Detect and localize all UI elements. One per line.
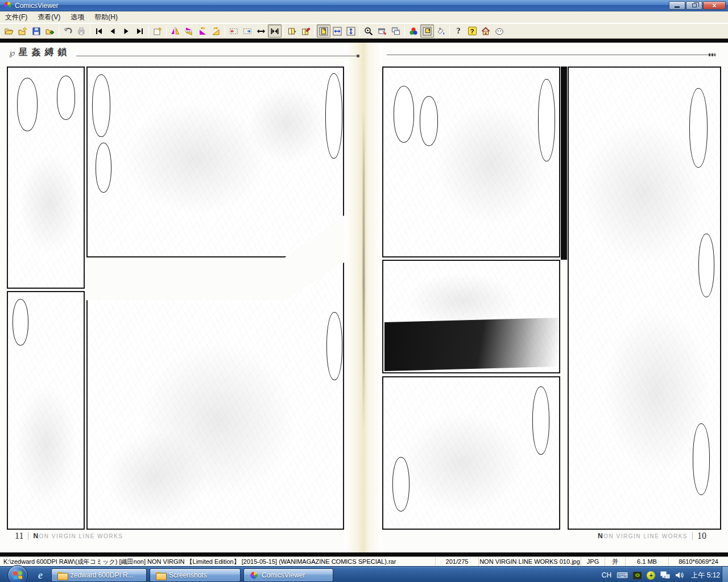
taskbar-button-comicsviewer[interactable]: ComicsViewer	[243, 568, 333, 582]
taskbar: e zedward 600DPI R... Screenshots Comics…	[0, 566, 728, 582]
color-adjust-icon[interactable]	[407, 24, 420, 38]
page-new-icon[interactable]	[151, 24, 164, 38]
left-page-panel	[7, 66, 85, 289]
cascade-icon[interactable]	[389, 24, 403, 38]
left-footer-label: NON VIRGIN LINE WORKS	[33, 532, 123, 540]
status-bar: K:\zedward 600DPI RAW\(成年コミック) [織田non] N…	[0, 556, 728, 566]
background-icon[interactable]	[420, 24, 434, 38]
fit-height-icon[interactable]	[344, 24, 358, 38]
trim-right-icon[interactable]	[241, 24, 254, 38]
book-mode-icon[interactable]	[286, 24, 299, 38]
taskbar-button-zedward-folder[interactable]: zedward 600DPI R...	[51, 568, 147, 582]
window-title: ComicsViewer	[15, 2, 58, 10]
zoom-icon[interactable]	[362, 24, 375, 38]
left-page-number: 11	[15, 531, 23, 541]
flip-horizontal-icon[interactable]	[168, 24, 182, 38]
start-button[interactable]	[7, 565, 28, 582]
minimize-button[interactable]	[669, 1, 685, 10]
panel-divider	[561, 66, 567, 260]
windows-logo-icon	[13, 571, 23, 579]
next-page-icon[interactable]	[119, 24, 133, 38]
menu-view[interactable]: 查看(V)	[32, 11, 65, 23]
left-page-header: ℘ 星姦縛鎖	[9, 47, 71, 59]
status-page-index: 201/275	[436, 557, 479, 566]
nvidia-tray-icon[interactable]	[633, 572, 642, 579]
right-header-rule	[387, 55, 715, 55]
comicsviewer-icon	[250, 571, 258, 580]
scan-edge-bottom	[0, 552, 728, 556]
stretch-width-icon[interactable]	[254, 24, 268, 38]
folder-icon	[156, 572, 166, 579]
right-page-panel	[382, 376, 560, 530]
flourish-icon: ℘	[9, 48, 15, 58]
right-page-footer: NON VIRGIN LINE WORKS 10	[598, 531, 706, 541]
open-icon[interactable]	[2, 24, 16, 38]
help-icon[interactable]: ?	[452, 24, 465, 38]
folder-icon	[57, 572, 67, 579]
status-mode: 并	[605, 557, 626, 566]
toolbar: ? ?	[0, 23, 728, 39]
fit-page-icon[interactable]	[317, 24, 330, 38]
app-logo-icon	[3, 1, 12, 10]
rotate-right-icon[interactable]	[209, 24, 223, 38]
open-archive-icon[interactable]	[16, 24, 30, 38]
fit-width-icon[interactable]	[330, 24, 344, 38]
left-page-footer: 11 NON VIRGIN LINE WORKS	[15, 531, 123, 541]
status-format: JPG	[581, 557, 605, 566]
taskbar-button-screenshots-folder[interactable]: Screenshots	[150, 568, 241, 582]
book-edit-icon[interactable]	[299, 24, 313, 38]
last-page-icon[interactable]	[133, 24, 147, 38]
ink-band	[384, 318, 558, 371]
close-button[interactable]: ×	[703, 1, 726, 10]
prev-page-icon[interactable]	[106, 24, 119, 38]
restore-button[interactable]	[686, 1, 702, 10]
menu-help[interactable]: 帮助(H)	[89, 11, 123, 23]
left-page-panel	[86, 66, 344, 257]
language-indicator[interactable]: CH	[602, 571, 611, 579]
status-filesize: 6.1 MB	[626, 557, 669, 566]
context-help-icon[interactable]: ?	[465, 24, 479, 38]
right-page-panel	[568, 66, 721, 530]
trim-left-icon[interactable]	[227, 24, 241, 38]
left-header-rule	[76, 56, 358, 56]
rotate-left-icon[interactable]	[196, 24, 209, 38]
quick-launch-ie[interactable]: e	[33, 569, 48, 581]
taskbar-button-label: zedward 600DPI R...	[71, 571, 134, 579]
undo-icon[interactable]	[61, 24, 75, 38]
shrink-width-icon[interactable]	[268, 24, 282, 38]
menu-options[interactable]: 选项	[65, 11, 89, 23]
menu-file[interactable]: 文件(F)	[0, 11, 32, 23]
status-dimensions: 8610*6069*24	[669, 557, 728, 566]
print-icon[interactable]	[75, 24, 88, 38]
title-bar: ComicsViewer ×	[0, 0, 728, 11]
save-icon[interactable]	[30, 24, 43, 38]
right-footer-label: NON VIRGIN LINE WORKS	[598, 532, 688, 540]
taskbar-button-label: ComicsViewer	[262, 571, 305, 579]
keyboard-icon[interactable]: ⌨	[617, 571, 628, 580]
taskbar-clock[interactable]: 上午 5:12	[691, 571, 720, 580]
flip-vertical-icon[interactable]	[182, 24, 196, 38]
export-icon[interactable]	[43, 24, 57, 38]
resize-window-icon[interactable]	[375, 24, 389, 38]
home-icon[interactable]	[479, 24, 493, 38]
network-tray-icon[interactable]	[660, 571, 670, 579]
volume-tray-icon[interactable]	[675, 571, 684, 579]
left-page-title: 星姦縛鎖	[18, 47, 71, 59]
internet-explorer-icon: e	[38, 569, 43, 581]
show-desktop-button[interactable]	[722, 567, 728, 582]
right-page-number: 10	[697, 531, 706, 541]
comic-viewer-canvas[interactable]: ℘ 星姦縛鎖 11 NON VIRGIN LINE WORKS	[0, 39, 728, 556]
book-spine	[345, 43, 382, 552]
taskbar-button-label: Screenshots	[169, 571, 207, 579]
left-page-panel	[86, 260, 344, 530]
menu-bar: 文件(F) 查看(V) 选项 帮助(H)	[0, 11, 728, 23]
status-file-path: K:\zedward 600DPI RAW\(成年コミック) [織田non] N…	[0, 557, 436, 566]
scan-edge-top	[0, 39, 728, 43]
right-page-panel	[382, 66, 560, 257]
first-page-icon[interactable]	[92, 24, 106, 38]
about-icon[interactable]	[493, 24, 506, 38]
antivirus-tray-icon[interactable]: +	[647, 571, 655, 580]
right-page-panel	[382, 260, 560, 373]
system-tray: CH ⌨ + 上午 5:12	[602, 567, 720, 582]
paint-icon[interactable]	[434, 24, 448, 38]
